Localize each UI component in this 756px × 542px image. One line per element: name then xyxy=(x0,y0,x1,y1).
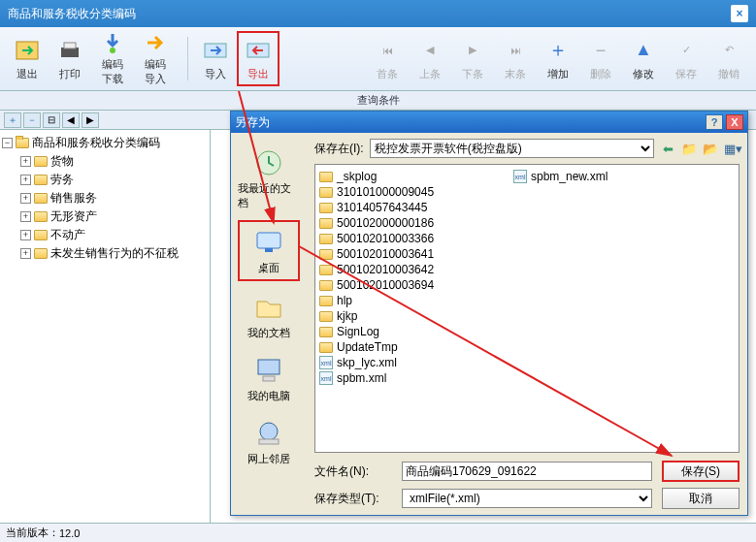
import-button[interactable]: 导入 xyxy=(194,31,237,86)
folder-icon xyxy=(34,156,48,167)
folder-item[interactable]: _skplog xyxy=(319,169,494,184)
tree-item[interactable]: +未发生销售行为的不征税 xyxy=(2,244,208,263)
save-file-button[interactable]: 保存(S) xyxy=(662,461,740,482)
last-record-button[interactable]: ⏭末条 xyxy=(494,31,537,86)
file-list[interactable]: _skplog310101000009045310140576434455001… xyxy=(314,164,740,453)
place-network[interactable]: 网上邻居 xyxy=(238,413,300,470)
prev-record-button[interactable]: ◀上条 xyxy=(409,31,451,86)
code-import-button[interactable]: 编码 导入 xyxy=(134,31,177,86)
tree-root[interactable]: −商品和服务税收分类编码 xyxy=(2,134,208,152)
mydocs-icon xyxy=(252,291,285,324)
place-desktop[interactable]: 桌面 xyxy=(238,220,300,281)
folder-item[interactable]: SignLog xyxy=(319,324,494,339)
back-icon[interactable]: ⬅ xyxy=(660,142,675,156)
place-recent[interactable]: 我最近的文档 xyxy=(238,143,300,214)
folder-item[interactable]: 31014057643445 xyxy=(319,200,494,215)
folder-icon xyxy=(319,327,333,337)
svg-point-3 xyxy=(110,48,115,53)
filename-input[interactable] xyxy=(402,462,652,481)
desktop-icon xyxy=(252,226,285,259)
tree-prev-button[interactable]: ◀ xyxy=(62,112,80,128)
computer-icon xyxy=(252,354,285,387)
minus-icon: － xyxy=(587,37,614,64)
folder-icon xyxy=(319,280,333,291)
views-icon[interactable]: ▦▾ xyxy=(724,142,740,156)
add-button[interactable]: ＋增加 xyxy=(537,31,579,86)
dialog-help-button[interactable]: ? xyxy=(706,114,723,130)
check-icon: ✓ xyxy=(673,37,700,64)
file-item[interactable]: xmlspbm.xml xyxy=(319,370,494,386)
file-item[interactable]: xmlspbm_new.xml xyxy=(513,169,688,184)
cancel-button[interactable]: 取消 xyxy=(662,488,740,509)
dialog-close-button[interactable]: X xyxy=(726,114,743,130)
code-import-icon xyxy=(142,31,169,54)
tree-remove-button[interactable]: － xyxy=(23,112,41,128)
folder-item[interactable]: 500102000000186 xyxy=(319,215,494,231)
folder-item[interactable]: hlp xyxy=(319,293,494,308)
dialog-title: 另存为 xyxy=(235,114,270,131)
tree-next-button[interactable]: ▶ xyxy=(82,112,99,128)
tree-item[interactable]: +无形资产 xyxy=(2,207,208,226)
delete-button[interactable]: －删除 xyxy=(579,31,622,86)
import-icon xyxy=(202,37,229,64)
exit-button[interactable]: 退出 xyxy=(6,31,49,86)
exit-icon xyxy=(14,37,41,64)
recent-icon xyxy=(252,146,285,179)
xml-file-icon: xml xyxy=(513,170,527,183)
status-bar: 当前版本： 12.0 xyxy=(0,523,756,542)
place-mydocs[interactable]: 我的文档 xyxy=(238,287,300,344)
next-record-button[interactable]: ▶下条 xyxy=(451,31,494,86)
folder-icon xyxy=(319,265,333,275)
undo-button[interactable]: ↶撤销 xyxy=(707,31,750,86)
network-icon xyxy=(252,417,285,450)
tree-collapse-button[interactable]: ⊟ xyxy=(43,112,60,128)
version-value: 12.0 xyxy=(59,527,80,539)
print-button[interactable]: 打印 xyxy=(49,31,91,86)
edit-button[interactable]: ▲修改 xyxy=(622,31,665,86)
window-title: 商品和服务税收分类编码 xyxy=(8,6,136,22)
next-icon: ▶ xyxy=(459,37,486,64)
save-in-label: 保存在(I): xyxy=(314,141,364,157)
tree-item[interactable]: +货物 xyxy=(2,152,208,171)
category-tree[interactable]: −商品和服务税收分类编码 +货物+劳务+销售服务+无形资产+不动产+未发生销售行… xyxy=(0,130,211,527)
up-icon[interactable]: 📁 xyxy=(681,142,697,156)
folder-icon xyxy=(319,249,333,260)
folder-item[interactable]: 310101000009045 xyxy=(319,184,494,200)
svg-rect-9 xyxy=(258,360,279,374)
folder-icon xyxy=(16,138,29,148)
svg-rect-2 xyxy=(64,43,76,48)
code-download-button[interactable]: 编码 下载 xyxy=(91,31,134,86)
folder-item[interactable]: 500102010003366 xyxy=(319,231,494,246)
main-toolbar: 退出 打印 编码 下载 编码 导入 导入 导出 ⏮首条 ◀上条 ▶下条 ⏭末条 … xyxy=(0,27,756,91)
place-mypc[interactable]: 我的电脑 xyxy=(238,350,300,407)
svg-rect-10 xyxy=(263,376,275,381)
prev-icon: ◀ xyxy=(416,37,444,64)
undo-icon: ↶ xyxy=(715,37,742,64)
xml-file-icon: xml xyxy=(319,371,333,385)
tree-item[interactable]: +销售服务 xyxy=(2,189,208,207)
folder-icon xyxy=(34,248,48,259)
tree-add-button[interactable]: ＋ xyxy=(4,112,21,128)
svg-rect-12 xyxy=(259,439,279,444)
version-label: 当前版本： xyxy=(6,526,59,540)
export-button[interactable]: 导出 xyxy=(237,31,279,86)
folder-item[interactable]: 500102010003641 xyxy=(319,246,494,262)
folder-item[interactable]: 500102010003642 xyxy=(319,262,494,277)
newfolder-icon[interactable]: 📂 xyxy=(703,142,718,156)
folder-item[interactable]: UpdateTmp xyxy=(319,339,494,355)
last-icon: ⏭ xyxy=(502,37,529,64)
first-record-button[interactable]: ⏮首条 xyxy=(366,31,409,86)
save-button[interactable]: ✓保存 xyxy=(665,31,707,86)
folder-icon xyxy=(319,311,333,322)
folder-item[interactable]: kjkp xyxy=(319,308,494,324)
file-item[interactable]: xmlskp_lyc.xml xyxy=(319,355,494,370)
folder-icon xyxy=(319,234,333,244)
window-close-button[interactable]: × xyxy=(731,5,748,22)
filetype-select[interactable]: xmlFile(*.xml) xyxy=(402,489,652,508)
tree-item[interactable]: +不动产 xyxy=(2,226,208,244)
xml-file-icon: xml xyxy=(319,356,333,369)
folder-item[interactable]: 500102010003694 xyxy=(319,277,494,293)
folder-icon xyxy=(319,218,333,229)
save-in-select[interactable]: 税控发票开票软件(税控盘版) xyxy=(370,139,654,158)
tree-item[interactable]: +劳务 xyxy=(2,171,208,189)
